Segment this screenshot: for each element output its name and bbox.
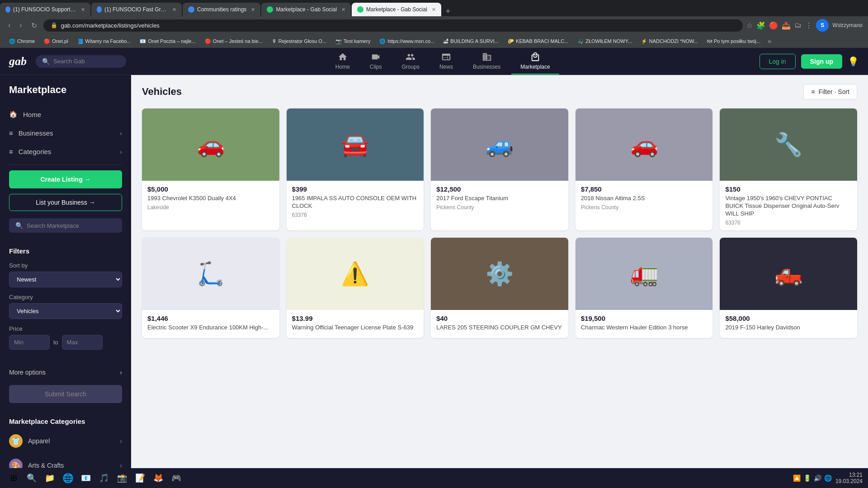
product-card[interactable]: 🚗 $7,850 2018 Nissan Altima 2.5S Pickens… <box>576 108 713 230</box>
nav-businesses[interactable]: Businesses <box>464 48 509 75</box>
sidebar-item-businesses[interactable]: ≡ Businesses › <box>0 124 131 142</box>
new-tab-button[interactable]: + <box>442 7 454 16</box>
forward-button[interactable]: › <box>17 19 24 31</box>
reload-button[interactable]: ↻ <box>28 19 40 32</box>
taskbar-icon-6[interactable]: 📝 <box>132 470 148 486</box>
tab-2[interactable]: (1) FUNSOCIO Fast Growing So... ✕ <box>91 3 182 16</box>
tab-4-close[interactable]: ✕ <box>341 7 345 13</box>
back-button[interactable]: ‹ <box>5 19 13 31</box>
profile-button[interactable]: S <box>816 19 829 32</box>
taskbar-icon-2[interactable]: 🌐 <box>60 470 76 486</box>
product-card[interactable]: 🚗 $5,000 1993 Chevrolet K3500 Dually 4X4… <box>142 108 279 230</box>
product-card[interactable]: 🚘 $399 1965 IMPALA SS AUTO CONSOLE OEM W… <box>287 108 424 230</box>
product-name: Charmac Western Hauler Edition 3 horse <box>581 324 708 332</box>
product-card[interactable]: 🚛 $19,500 Charmac Western Hauler Edition… <box>576 238 713 338</box>
product-card[interactable]: 🚙 $12,500 2017 Ford Escape Titanium Pick… <box>431 108 568 230</box>
category-select[interactable]: All Vehicles Apparel Arts & Crafts <box>9 303 122 319</box>
taskbar-icon-7[interactable]: 🦊 <box>150 470 166 486</box>
sort-select[interactable]: Newest Oldest Price: Low to High Price: … <box>9 272 122 287</box>
sidebar-item-home[interactable]: 🏠 Home <box>0 105 131 124</box>
bookmark-poczta[interactable]: 📧 Onet Poczta – najle... <box>136 37 199 46</box>
bookmark-chrome[interactable]: 🌐 Chrome <box>5 37 38 46</box>
product-info: $7,850 2018 Nissan Altima 2.5S Pickens C… <box>576 181 713 215</box>
product-name: 2018 Nissan Altima 2.5S <box>581 195 708 202</box>
taskbar-icon-3[interactable]: 📧 <box>78 470 94 486</box>
create-listing-button[interactable]: Create Listing → <box>9 170 122 188</box>
tab-1-close[interactable]: ✕ <box>81 7 85 13</box>
nav-groups[interactable]: Groups <box>393 48 429 75</box>
bookmark-survival[interactable]: 🏕 BUILDING A SURVI... <box>440 37 502 45</box>
search-marketplace-input[interactable] <box>27 222 116 229</box>
extension-icon-4[interactable]: 🗂 <box>794 21 802 30</box>
address-bar[interactable]: 🔒 gab.com/marketplace/listings/vehicles <box>43 19 743 32</box>
submit-search-button[interactable]: Submit Search <box>9 385 122 403</box>
tab-5-close[interactable]: ✕ <box>432 7 436 13</box>
more-options-row[interactable]: More options › <box>0 363 131 381</box>
app-wrapper: gab 🔍 Home Clips Groups News <box>0 48 868 488</box>
tray-icon-3[interactable]: 🔊 <box>814 474 821 482</box>
list-business-button[interactable]: List your Business → <box>9 194 122 211</box>
product-card[interactable]: 🔧 $150 Vintage 1950's 1960's CHEVY PONTI… <box>720 108 857 230</box>
product-card[interactable]: ⚠️ $13.99 Warning Official Teenager Lice… <box>287 238 424 338</box>
businesses-icon: ≡ <box>9 129 13 137</box>
bookmark-msn[interactable]: 🌐 https://www.msn.co... <box>376 37 438 46</box>
tab-bar: (1) FUNSOCIO Support (@adm... ✕ (1) FUNS… <box>0 0 868 16</box>
tab-2-close[interactable]: ✕ <box>172 7 176 13</box>
bookmark-star-icon[interactable]: ☆ <box>746 21 753 30</box>
bookmark-camera[interactable]: 📷 Test kamery <box>332 37 374 46</box>
nav-marketplace[interactable]: Marketplace <box>511 48 559 75</box>
bookmark-posilku[interactable]: 🍽 Po tym posiłku twój... <box>703 37 764 45</box>
search-marketplace-bar[interactable]: 🔍 <box>9 218 122 233</box>
extension-icon-1[interactable]: 🧩 <box>756 21 765 30</box>
bookmark-onet2[interactable]: 🔴 Onet – Jesteś na bie... <box>201 37 266 46</box>
filter-sort-button[interactable]: ≡ Filter · Sort <box>803 84 857 99</box>
bookmark-kebab[interactable]: 🌮 KEBAB BRACI MALC... <box>504 37 572 46</box>
logo[interactable]: gab <box>9 55 27 68</box>
nav-news[interactable]: News <box>430 48 462 75</box>
tab-1[interactable]: (1) FUNSOCIO Support (@adm... ✕ <box>0 3 90 16</box>
nav-marketplace-label: Marketplace <box>520 64 550 70</box>
bulb-icon[interactable]: 💡 <box>848 56 859 67</box>
category-apparel[interactable]: 👕 Apparel › <box>0 429 131 453</box>
tab-5[interactable]: Marketplace - Gab Social ✕ <box>352 3 441 16</box>
taskbar-icon-5[interactable]: 📸 <box>114 470 130 486</box>
taskbar-icon-1[interactable]: 📁 <box>42 470 58 486</box>
tray-icon-1[interactable]: 🔼 <box>793 474 801 482</box>
tab-3[interactable]: Communities ratings ✕ <box>183 3 260 16</box>
tab-4[interactable]: Marketplace - Gab Social ✕ <box>261 3 351 16</box>
sidebar-item-categories[interactable]: ≡ Categories › <box>0 142 131 161</box>
product-info: $12,500 2017 Ford Escape Titanium Picken… <box>431 181 568 215</box>
price-max-input[interactable] <box>62 335 103 350</box>
bookmarks-more[interactable]: » <box>768 38 771 45</box>
bookmark-fb[interactable]: 📘 Witamy na Facebo... <box>74 37 135 46</box>
start-button[interactable]: ⊞ <box>5 470 22 486</box>
product-card[interactable]: 🛻 $58,000 2019 F-150 Harley Davidson <box>720 238 857 338</box>
signup-button[interactable]: Sign up <box>801 54 842 69</box>
product-card[interactable]: 🛴 $1,446 Electric Scooter X9 Endurance 1… <box>142 238 279 338</box>
login-button[interactable]: Log in <box>760 54 796 69</box>
product-card[interactable]: ⚙️ $40 LARES 205 STEERING COUPLER GM CHE… <box>431 238 568 338</box>
nav-search-bar[interactable]: 🔍 <box>36 55 126 68</box>
bookmark-rejestrator[interactable]: 🎙 Rejestrator Głosu O... <box>268 37 330 45</box>
more-icon[interactable]: ⋮ <box>805 21 812 30</box>
taskbar-icon-8[interactable]: 🎮 <box>168 470 184 486</box>
search-taskbar-icon[interactable]: 🔍 <box>24 470 40 486</box>
product-image: 🚘 <box>287 108 424 181</box>
bookmark-zlowilem[interactable]: 🎣 ZŁOWIŁEM NOWY... <box>574 37 635 46</box>
bookmark-nadchodzi[interactable]: ⚡ NADCHODZI *NOW... <box>637 37 702 46</box>
clock-time: 13:21 <box>835 472 863 478</box>
extension-icon-2[interactable]: 🔴 <box>769 21 778 30</box>
bookmark-onet[interactable]: 🔴 Onet.pl <box>40 37 71 46</box>
tab-2-label: (1) FUNSOCIO Fast Growing So... <box>104 6 168 13</box>
extension-icon-3[interactable]: 📥 <box>782 21 791 30</box>
more-options-chevron-icon: › <box>120 369 122 376</box>
taskbar-icon-4[interactable]: 🎵 <box>96 470 112 486</box>
nav-home[interactable]: Home <box>326 48 359 75</box>
tab-3-close[interactable]: ✕ <box>251 7 255 13</box>
nav-search-input[interactable] <box>53 58 117 65</box>
price-min-input[interactable] <box>9 335 50 350</box>
tray-icon-2[interactable]: 🔋 <box>803 474 811 482</box>
tray-icon-4[interactable]: 🌐 <box>824 474 832 482</box>
product-name: 2017 Ford Escape Titanium <box>436 195 563 202</box>
nav-clips[interactable]: Clips <box>361 48 391 75</box>
